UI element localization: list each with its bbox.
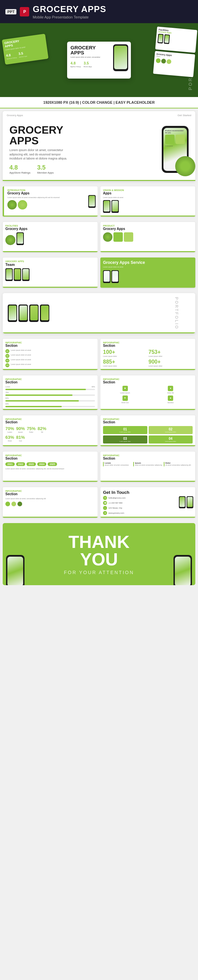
facilities-bottom-bar (3, 251, 98, 252)
infographic-grid-1: Infographic Section 01Lorem ipsum dolor … (0, 336, 198, 373)
year-2022: 2022 (16, 462, 25, 466)
service-text: Lorem ipsum dolor sit amet (103, 266, 193, 268)
intro-phone-screen (89, 196, 95, 207)
thankyou-phone-right (174, 555, 192, 585)
slides-grid-row1: Introduction Grocery Apps Lorem ipsum do… (0, 184, 198, 219)
intro-bottom-bar (3, 216, 98, 216)
team-label: Grocery Apps (5, 260, 95, 262)
facilities-label: Facilities (5, 224, 95, 227)
infographic-1a-label: Infographic (5, 341, 95, 344)
main-description: Lorem ipsum dolor sit amet, consectetur … (10, 148, 70, 161)
infographic-slide-5a: Infographic Section Lorem ipsum dolor si… (3, 487, 98, 518)
infographic-1b-bar (100, 369, 195, 370)
infographic-4a-label: Infographic (5, 454, 95, 457)
infographic-slide-3a: Infographic Section 70% Lorem 90% Ipsum … (3, 415, 98, 446)
portfolio-vertical-text: PORTFOLIO (174, 297, 179, 329)
infographic-5a-icons (5, 501, 95, 506)
bottom-accent-bar (3, 180, 195, 181)
infographic-5a-text: Lorem ipsum dolor sit amet, consectetur … (5, 498, 95, 500)
product-slide: Product Grocery Apps (100, 222, 195, 252)
infographic-3a-bar (3, 445, 98, 446)
vision-title: Apps (103, 191, 193, 196)
infographic-3a-label: Infographic (5, 418, 95, 420)
facilities-slide: Facilities Grocery Apps (3, 222, 98, 252)
vision-bottom-bar (100, 216, 195, 216)
main-phone-mockup: Product recommended for you Lorem ipsum (162, 126, 188, 173)
infographic-1b-title: Section (103, 344, 193, 348)
contact-title: Get In Touch (103, 490, 193, 495)
column-texts: Lorem ipsum dolor sit amet consectetur I… (103, 462, 193, 466)
page-header: PPT P GROCERY APPS Mobile App Presentati… (0, 0, 198, 23)
header-subtitle: Mobile App Presentation Template (33, 15, 106, 19)
thankyou-phone-right-screen (175, 557, 191, 585)
contact-email-text: hello@grocery.com (108, 497, 125, 499)
infographic-slide-3b: Infographic Section 01 Lorem ipsum dolor… (100, 415, 195, 446)
intro-slide: Introduction Grocery Apps Lorem ipsum do… (3, 186, 98, 216)
main-stats: 4.8 AppStore Ratings 3.5 Member Apps (10, 164, 155, 174)
infographic-1b-stats: 100+Lorem ipsum dolor 753+Lorem ipsum do… (103, 349, 193, 367)
intro-text: Lorem ipsum dolor sit amet consectetur a… (7, 196, 95, 199)
year-2024: 2024 (37, 462, 47, 466)
team-bottom-bar (3, 287, 98, 288)
thankyou-line2: YOU (80, 550, 118, 568)
main-slide: Grocery Apps Get Started GROCERY APPS Lo… (3, 111, 195, 181)
progress-bars: Lorem90% 75% 82% 63% (5, 386, 95, 407)
infographic-2a-label: Infographic (5, 378, 95, 380)
preview-collage: GROCERY APPS Lorem ipsum dolor sit amet … (0, 23, 198, 97)
infographic-3b-title: Section (103, 420, 193, 424)
stat1-label: AppStore Ratings (10, 171, 30, 174)
stat2-num: 3.5 (37, 164, 54, 171)
header-title: GROCERY APPS (33, 4, 106, 14)
food-decoration (175, 156, 195, 176)
product-title: Grocery Apps (103, 227, 193, 231)
infographic-grid-2: Infographic Section Lorem90% 75% 82% 63%… (0, 373, 198, 413)
contact-web-icon: ⊕ (103, 511, 107, 515)
intro-title: Grocery Apps (7, 191, 95, 196)
slide-top-right: Get Started (177, 114, 191, 117)
infographic-2b-title: Section (103, 380, 193, 384)
ppt-badge: PPT (5, 9, 16, 14)
year-2021: 2021 (5, 462, 15, 466)
infographic-4b-label: Infographic (103, 454, 193, 457)
infographic-3a-title: Section (5, 420, 95, 424)
service-slide: Grocery Apps Service Lorem ipsum dolor s… (100, 258, 195, 288)
product-label: Product (103, 224, 193, 227)
slide-header-bar: Grocery Apps Get Started (7, 114, 191, 117)
portfolio-slide: PORTFOLIO (3, 293, 195, 333)
infographic-slide-1a: Infographic Section 01Lorem ipsum dolor … (3, 339, 98, 370)
infographic-slide-4a: Infographic Section 2021 2022 2023 2024 … (3, 452, 98, 482)
vision-slide: Vision & Mission Apps Lorem ipsum dolor … (100, 186, 195, 216)
contact-phone-icon: ☎ (103, 501, 107, 505)
infographic-5a-label: Infographic (5, 490, 95, 492)
contact-email-icon: ✉ (103, 496, 107, 500)
year-timeline: 2021 2022 2023 2024 2025 (5, 462, 95, 466)
collage-slide-main: GROCERYAPPS Lorem ipsum dolor sit amet, … (67, 41, 131, 79)
contact-phone-text: +1 234 567 890 (108, 502, 122, 504)
infographic-4b-bar (100, 481, 195, 482)
slides-grid-row3: Grocery Apps Team Grocery Apps Service L… (0, 255, 198, 290)
thankyou-phone-left-screen (7, 557, 23, 585)
infographic-4b-title: Section (103, 457, 193, 461)
stat1-num: 4.8 (10, 164, 30, 171)
infographic-grid-4: Infographic Section 2021 2022 2023 2024 … (0, 449, 198, 484)
contact-web: ⊕ www.grocery.com (103, 511, 193, 515)
infographic-5a-title: Section (5, 492, 95, 496)
intro-label: Introduction (7, 189, 95, 191)
side-accent (3, 186, 4, 216)
stat1: 4.8 AppStore Ratings (10, 164, 30, 174)
intro-phone (88, 195, 96, 208)
infographic-slide-2b: Infographic Section ★ Lorem Ipsum ♦ Dolo… (100, 375, 195, 410)
contact-address-text: 123 Street, City (108, 507, 122, 509)
team-title: Team (5, 262, 95, 267)
contact-phones (179, 496, 193, 508)
infographic-slide-1b: Infographic Section 100+Lorem ipsum dolo… (100, 339, 195, 370)
thankyou-phone-left (6, 555, 24, 585)
main-title-line2: APPS (10, 135, 155, 146)
infographic-2b-label: Infographic (103, 378, 193, 380)
infographic-3b-bar (100, 445, 195, 446)
infographic-slide-2a: Infographic Section Lorem90% 75% 82% 63% (3, 375, 98, 410)
stat2-label: Member Apps (37, 171, 54, 174)
collage-slide-left: GROCERY APPS Lorem ipsum dolor sit amet … (2, 33, 48, 64)
pct-bottom: 63% Amet 81% Con (5, 435, 95, 442)
timeline-desc: Lorem ipsum dolor sit amet, consectetur … (5, 468, 95, 470)
